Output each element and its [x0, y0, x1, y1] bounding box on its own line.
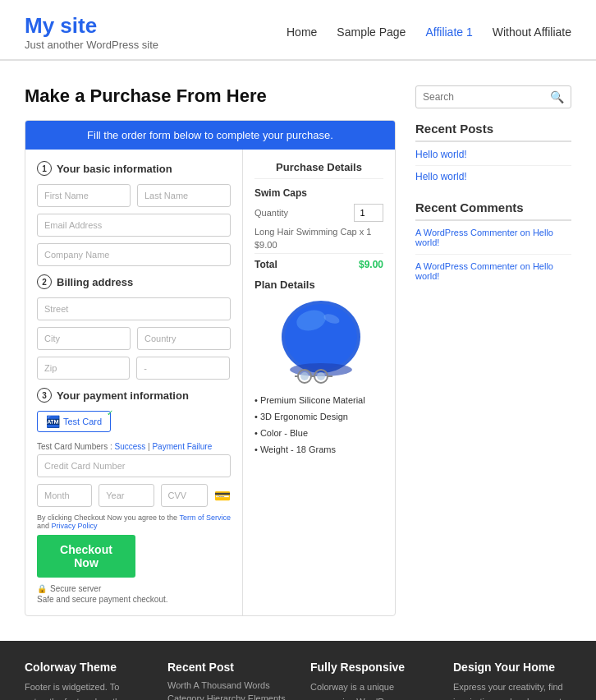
step1-label: 1 Your basic information	[37, 161, 231, 176]
footer-col3-title: Fully Responsive	[310, 661, 429, 674]
zip-suffix-select[interactable]: -	[136, 357, 229, 380]
last-name-input[interactable]	[137, 184, 231, 207]
checkout-now-button[interactable]: Checkout Now	[37, 535, 135, 578]
privacy-link[interactable]: Privacy Policy	[52, 522, 98, 530]
step2-label: 2 Billing address	[37, 274, 231, 289]
footer: Colorway Theme Footer is widgetized. To …	[0, 641, 596, 700]
feature-3: Color - Blue	[254, 426, 383, 442]
card-details-row: Month Year 💳	[37, 484, 231, 507]
purchase-section: Purchase Details Swim Caps Quantity Long…	[243, 150, 395, 615]
terms-link[interactable]: Term of Service	[179, 513, 231, 522]
street-input[interactable]	[37, 297, 231, 320]
footer-col-2: Recent Post Worth A Thousand Words Categ…	[167, 661, 286, 700]
quantity-row: Quantity	[254, 204, 383, 222]
total-row: Total $9.00	[254, 253, 383, 270]
site-branding: My site Just another WordPress site	[25, 13, 158, 51]
recent-comments-heading: Recent Comments	[415, 200, 571, 221]
footer-col2-title: Recent Post	[167, 661, 286, 674]
svg-point-5	[300, 372, 309, 380]
quantity-input[interactable]	[354, 204, 383, 222]
feature-1: Premium Silicone Material	[254, 393, 383, 409]
feature-4: Weight - 18 Grams	[254, 442, 383, 458]
product-detail: Long Hair Swimming Cap x 1	[254, 227, 383, 237]
recent-comments-section: Recent Comments A WordPress Commenter on…	[415, 200, 571, 288]
nav-affiliate1[interactable]: Affiliate 1	[425, 25, 472, 39]
lock-icon: 🔒	[37, 584, 47, 593]
site-header: My site Just another WordPress site Home…	[0, 0, 596, 61]
city-country-row: Country	[37, 327, 231, 350]
nav-without-affiliate[interactable]: Without Affiliate	[493, 25, 571, 39]
footer-main: Colorway Theme Footer is widgetized. To …	[0, 641, 596, 700]
failure-link[interactable]: Payment Failure	[152, 442, 212, 451]
footer-col-3: Fully Responsive Colorway is a unique re…	[310, 661, 429, 700]
success-link[interactable]: Success	[114, 442, 145, 451]
total-price: $9.00	[359, 259, 383, 270]
plan-title: Plan Details	[254, 279, 383, 291]
footer-col-1: Colorway Theme Footer is widgetized. To …	[25, 661, 143, 700]
footer-post-link-1[interactable]: Worth A Thousand Words	[167, 680, 286, 690]
page-title: Make a Purchase From Here	[25, 85, 396, 107]
footer-col1-text: Footer is widgetized. To setup the foote…	[25, 680, 143, 700]
checkout-form-section: 1 Your basic information	[25, 150, 243, 615]
email-input[interactable]	[37, 214, 231, 237]
credit-card-row	[37, 454, 231, 477]
nav-home[interactable]: Home	[287, 25, 317, 39]
billing-section: 2 Billing address Country	[37, 274, 231, 380]
step2-circle: 2	[37, 274, 52, 289]
checkout-header: Fill the order form below to complete yo…	[25, 121, 395, 150]
street-row	[37, 297, 231, 320]
secure-desc: Safe and secure payment checkout.	[37, 595, 231, 604]
step3-circle: 3	[37, 388, 52, 403]
card-check-icon: ✓	[107, 408, 113, 417]
feature-2: 3D Ergonomic Design	[254, 409, 383, 426]
post-link-1[interactable]: Hello world!	[415, 149, 571, 166]
site-title: My site	[25, 13, 158, 39]
footer-col4-title: Design Your Home	[453, 661, 571, 674]
step1-circle: 1	[37, 161, 52, 176]
card-icon: 💳	[214, 484, 231, 507]
footer-col1-title: Colorway Theme	[25, 661, 143, 674]
post-link-2[interactable]: Hello world!	[415, 171, 571, 187]
search-box: 🔍	[415, 85, 571, 108]
credit-card-icon: 🏧	[46, 415, 60, 428]
nav-sample-page[interactable]: Sample Page	[337, 25, 406, 39]
footer-col4-text: Express your creativity, find inspiratio…	[453, 680, 571, 700]
comment-2: A WordPress Commenter on Hello world!	[415, 261, 571, 288]
company-input[interactable]	[37, 243, 231, 266]
test-card-links: Test Card Numbers : Success | Payment Fa…	[37, 442, 231, 451]
footer-col3-text: Colorway is a unique responsive WordPres…	[310, 680, 429, 700]
search-input[interactable]	[423, 91, 550, 103]
product-price: $9.00	[254, 240, 383, 250]
step3-label: 3 Your payment information	[37, 388, 231, 403]
cvv-input[interactable]	[161, 484, 208, 507]
first-name-input[interactable]	[37, 184, 131, 207]
city-input[interactable]	[37, 327, 131, 350]
product-name: Swim Caps	[254, 187, 383, 199]
plan-features: Premium Silicone Material 3D Ergonomic D…	[254, 393, 383, 458]
sidebar: 🔍 Recent Posts Hello world! Hello world!…	[415, 85, 571, 616]
secure-row: 🔒 Secure server	[37, 584, 231, 593]
month-select[interactable]: Month	[37, 484, 92, 507]
comment-1: A WordPress Commenter on Hello world!	[415, 228, 571, 255]
site-tagline: Just another WordPress site	[25, 39, 158, 51]
purchase-title: Purchase Details	[254, 161, 383, 179]
terms-text: By clicking Checkout Now you agree to th…	[37, 513, 231, 530]
credit-card-input[interactable]	[37, 454, 231, 477]
main-nav: Home Sample Page Affiliate 1 Without Aff…	[287, 25, 571, 39]
email-row	[37, 214, 231, 237]
zip-row: -	[37, 357, 231, 380]
payment-section: 3 Your payment information 🏧 Test Card ✓	[37, 388, 231, 507]
country-select[interactable]: Country	[137, 327, 231, 350]
footer-post-link-2[interactable]: Category Hierarchy Elements	[167, 693, 286, 700]
company-row	[37, 243, 231, 266]
search-icon[interactable]: 🔍	[550, 90, 564, 104]
recent-posts-heading: Recent Posts	[415, 122, 571, 142]
year-select[interactable]: Year	[99, 484, 154, 507]
test-card-button[interactable]: 🏧 Test Card ✓	[37, 411, 111, 432]
content-area: Make a Purchase From Here Fill the order…	[25, 85, 396, 616]
recent-posts-section: Recent Posts Hello world! Hello world!	[415, 122, 571, 187]
svg-point-7	[317, 372, 325, 380]
zip-input[interactable]	[37, 357, 130, 380]
name-row	[37, 184, 231, 207]
footer-col-4: Design Your Home Express your creativity…	[453, 661, 571, 700]
